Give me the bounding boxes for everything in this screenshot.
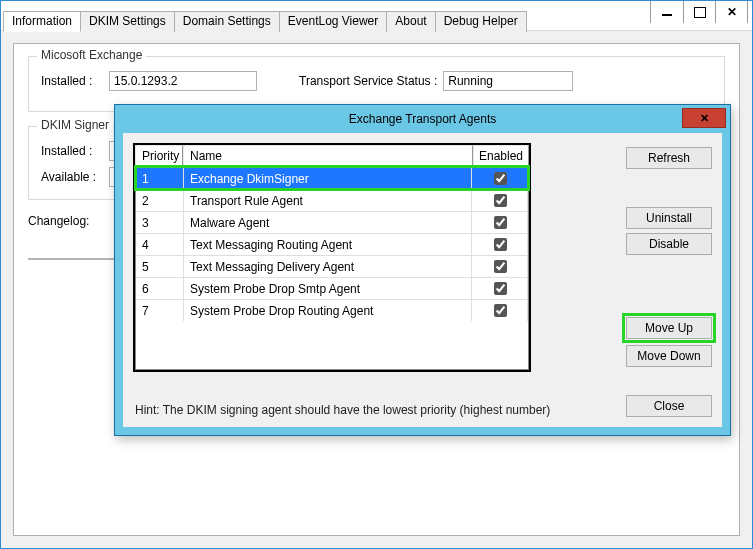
window-controls xyxy=(650,1,748,23)
dialog-hint: Hint: The DKIM signing agent should have… xyxy=(135,403,550,417)
cell-priority: 2 xyxy=(136,190,184,211)
cell-enabled xyxy=(472,168,528,189)
cell-name: Text Messaging Routing Agent xyxy=(184,234,472,255)
enabled-checkbox[interactable] xyxy=(494,304,507,317)
refresh-button[interactable]: Refresh xyxy=(626,147,712,169)
dialog-body: Priority Name Enabled 1Exchange DkimSign… xyxy=(123,133,722,427)
minimize-button[interactable] xyxy=(651,1,683,23)
col-header-priority[interactable]: Priority xyxy=(135,145,183,166)
dialog-close-button[interactable] xyxy=(682,108,726,128)
tab-domain-settings[interactable]: Domain Settings xyxy=(174,11,280,32)
enabled-checkbox[interactable] xyxy=(494,172,507,185)
close-button[interactable] xyxy=(715,1,747,23)
table-row[interactable]: 2Transport Rule Agent xyxy=(136,189,528,211)
cell-priority: 1 xyxy=(136,168,184,189)
enabled-checkbox[interactable] xyxy=(494,238,507,251)
cell-enabled xyxy=(472,190,528,211)
disable-button[interactable]: Disable xyxy=(626,233,712,255)
table-row[interactable]: 4Text Messaging Routing Agent xyxy=(136,233,528,255)
cell-name: System Probe Drop Routing Agent xyxy=(184,300,472,321)
move-down-button[interactable]: Move Down xyxy=(626,345,712,367)
tab-information[interactable]: Information xyxy=(3,11,81,32)
agents-table: Priority Name Enabled 1Exchange DkimSign… xyxy=(133,143,531,372)
cell-name: Exchange DkimSigner xyxy=(184,168,472,189)
signer-available-label: Available : xyxy=(41,170,103,184)
dialog-title-bar[interactable]: Exchange Transport Agents xyxy=(115,105,730,133)
table-row[interactable]: 7System Probe Drop Routing Agent xyxy=(136,299,528,321)
signer-group-title: DKIM Signer xyxy=(37,118,113,132)
cell-priority: 6 xyxy=(136,278,184,299)
cell-priority: 7 xyxy=(136,300,184,321)
enabled-checkbox[interactable] xyxy=(494,194,507,207)
dialog-title: Exchange Transport Agents xyxy=(349,112,496,126)
transport-status-field[interactable] xyxy=(443,71,573,91)
cell-enabled xyxy=(472,256,528,277)
maximize-button[interactable] xyxy=(683,1,715,23)
cell-name: System Probe Drop Smtp Agent xyxy=(184,278,472,299)
tab-dkim-settings[interactable]: DKIM Settings xyxy=(80,11,175,32)
dialog-close-btn[interactable]: Close xyxy=(626,395,712,417)
table-row[interactable]: 3Malware Agent xyxy=(136,211,528,233)
col-header-name[interactable]: Name xyxy=(183,145,473,166)
cell-enabled xyxy=(472,300,528,321)
enabled-checkbox[interactable] xyxy=(494,282,507,295)
exchange-installed-label: Installed : xyxy=(41,74,103,88)
enabled-checkbox[interactable] xyxy=(494,216,507,229)
cell-enabled xyxy=(472,278,528,299)
cell-priority: 4 xyxy=(136,234,184,255)
cell-priority: 3 xyxy=(136,212,184,233)
cell-priority: 5 xyxy=(136,256,184,277)
table-row[interactable]: 6System Probe Drop Smtp Agent xyxy=(136,277,528,299)
table-row[interactable]: 1Exchange DkimSigner xyxy=(136,167,528,189)
move-up-button[interactable]: Move Up xyxy=(626,317,712,339)
enabled-checkbox[interactable] xyxy=(494,260,507,273)
exchange-group-title: Micosoft Exchange xyxy=(37,48,146,62)
col-header-enabled[interactable]: Enabled xyxy=(473,145,529,166)
cell-enabled xyxy=(472,234,528,255)
tab-strip: Information DKIM Settings Domain Setting… xyxy=(3,11,526,32)
table-row[interactable]: 5Text Messaging Delivery Agent xyxy=(136,255,528,277)
uninstall-button[interactable]: Uninstall xyxy=(626,207,712,229)
agents-table-header: Priority Name Enabled xyxy=(135,145,529,167)
tab-about[interactable]: About xyxy=(386,11,435,32)
transport-status-label: Transport Service Status : xyxy=(299,74,437,88)
tab-eventlog-viewer[interactable]: EventLog Viewer xyxy=(279,11,388,32)
cell-name: Text Messaging Delivery Agent xyxy=(184,256,472,277)
cell-name: Transport Rule Agent xyxy=(184,190,472,211)
transport-agents-dialog: Exchange Transport Agents Priority Name … xyxy=(114,104,731,436)
signer-installed-label: Installed : xyxy=(41,144,103,158)
exchange-installed-field[interactable] xyxy=(109,71,257,91)
cell-name: Malware Agent xyxy=(184,212,472,233)
cell-enabled xyxy=(472,212,528,233)
tab-debug-helper[interactable]: Debug Helper xyxy=(435,11,527,32)
agents-table-body: 1Exchange DkimSigner2Transport Rule Agen… xyxy=(135,167,529,370)
